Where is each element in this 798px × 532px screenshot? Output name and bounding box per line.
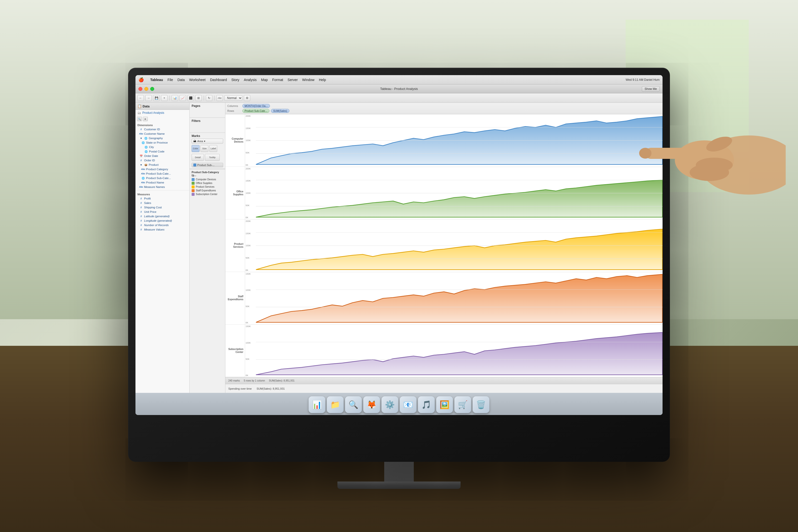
columns-label: Columns xyxy=(227,104,241,108)
chart-band-office: 200K 150K 100K 50K 0K xyxy=(245,167,663,220)
settings-btn[interactable]: ⚙ xyxy=(244,95,250,101)
meas-values[interactable]: # Measure Values xyxy=(135,227,189,232)
meas-unit-price[interactable]: # Unit Price xyxy=(135,210,189,214)
dock-item-6[interactable]: 📧 xyxy=(400,396,417,413)
sort-button[interactable]: ≡ xyxy=(143,117,148,121)
pill-color-swatch xyxy=(193,164,196,167)
legend-item-subscription[interactable]: Subscription Center xyxy=(192,192,223,196)
forward-button[interactable]: → xyxy=(145,95,152,101)
hash-icon: # xyxy=(139,128,143,131)
dim-customer-id[interactable]: # Customer ID xyxy=(135,127,189,132)
row-label-subscription: SubscriptionCenter xyxy=(225,325,245,377)
row-label-office: OfficeSupplies xyxy=(225,167,245,219)
legend-label-subscription: Subscription Center xyxy=(196,193,217,195)
dim-geography[interactable]: ▼ 🌐 Geography xyxy=(135,136,189,140)
main-layout: 📋 Data 🗂 Product Analysis 🔍 ≡ xyxy=(135,103,663,393)
dock-item-1[interactable]: 📊 xyxy=(309,396,325,413)
y-axis-computer: 200K 150K 100K 50K 0K xyxy=(246,114,255,167)
minimize-button[interactable] xyxy=(144,87,148,91)
dim-product-subcate1[interactable]: Abc Product Sub-Cate... xyxy=(135,171,189,176)
dock-item-7[interactable]: 🎵 xyxy=(418,396,435,413)
show-me-button[interactable]: Show Me xyxy=(642,86,660,92)
y-axis-office: 200K 150K 100K 50K 0K xyxy=(246,167,255,220)
meas-latitude[interactable]: # Latitude (generated) xyxy=(135,214,189,218)
apple-logo-icon[interactable]: 🍎 xyxy=(138,77,144,82)
dim-product-category[interactable]: Abc Product Category xyxy=(135,167,189,171)
chart-band-product: 200K 150K 100K 50K 0K xyxy=(245,220,663,272)
chart-btn3[interactable]: ⬛ xyxy=(187,95,194,101)
menu-window[interactable]: Window xyxy=(302,78,315,82)
maximize-button[interactable] xyxy=(150,87,154,91)
menu-format[interactable]: Format xyxy=(272,78,283,82)
search-button[interactable]: 🔍 xyxy=(137,117,142,121)
legend-color-product xyxy=(192,186,194,188)
chart-btn4[interactable]: ⊞ xyxy=(195,95,202,101)
legend-label-product: Product Services xyxy=(196,186,214,188)
new-button[interactable]: + xyxy=(161,95,168,101)
refresh-btn[interactable]: ↻ xyxy=(206,95,212,101)
meas-longitude[interactable]: # Longitude (generated) xyxy=(135,218,189,223)
dropdown-arrow-icon: ▾ xyxy=(204,140,205,143)
meas-profit[interactable]: # Profit xyxy=(135,196,189,201)
dock-item-3[interactable]: 🔍 xyxy=(345,396,362,413)
legend-item-staff-exp[interactable]: Staff Expenditures xyxy=(192,189,223,192)
status-bar: 240 marks 5 rows by 1 column SUM(Sales):… xyxy=(225,377,663,384)
menu-analysis[interactable]: Analysis xyxy=(244,78,256,82)
dock-item-4[interactable]: 🦊 xyxy=(363,396,380,413)
dim-state-province[interactable]: 🌐 State or Province xyxy=(135,140,189,145)
columns-pill[interactable]: MONTH(Order Da... xyxy=(242,104,270,108)
dim-postal-code[interactable]: 🌐 Postal Code xyxy=(135,149,189,154)
menu-tableau[interactable]: Tableau xyxy=(150,78,163,82)
dim-city[interactable]: 🌐 City xyxy=(135,145,189,149)
dock-item-2[interactable]: 📁 xyxy=(327,396,344,413)
save-button[interactable]: 💾 xyxy=(153,95,159,101)
legend-item-computer-devices[interactable]: Computer Devices xyxy=(192,177,223,181)
dim-product-name[interactable]: Abc Product Name xyxy=(135,180,189,185)
meas-shipping[interactable]: # Shipping Cost xyxy=(135,205,189,210)
tooltip-button[interactable]: Tooltip xyxy=(205,154,220,161)
detail-button[interactable]: Detail xyxy=(192,154,204,161)
dock-item-9[interactable]: 🛒 xyxy=(454,396,471,413)
dim-product[interactable]: ▼ 📦 Product xyxy=(135,163,189,167)
marks-count: 240 marks xyxy=(228,379,240,382)
chart-btn1[interactable]: 📊 xyxy=(172,95,178,101)
row-label-product: ProductServices xyxy=(225,220,245,272)
rows-pill1[interactable]: Product Sub-Cate... xyxy=(242,109,269,113)
marks-pill[interactable]: Product Sub-... xyxy=(192,163,223,167)
legend-item-office-supplies[interactable]: Office Supplies xyxy=(192,181,223,185)
normal-dropdown[interactable]: Normal xyxy=(224,95,242,101)
chart-btn2[interactable]: 📈 xyxy=(179,95,186,101)
dim-product-subcate2[interactable]: 🌐 Product Sub-Cate... xyxy=(135,176,189,180)
columns-shelf: Columns MONTH(Order Da... xyxy=(227,103,661,108)
menu-dashboard[interactable]: Dashboard xyxy=(210,78,227,82)
label-button[interactable]: Label xyxy=(209,145,217,152)
meas-num-records[interactable]: # Number of Records xyxy=(135,223,189,227)
meas-sales[interactable]: # Sales xyxy=(135,201,189,205)
menu-help[interactable]: Help xyxy=(319,78,326,82)
dim-customer-name[interactable]: Abc Customer Name xyxy=(135,132,189,136)
dock-item-10[interactable]: 🗑️ xyxy=(473,396,489,413)
menu-data[interactable]: Data xyxy=(177,78,185,82)
svg-marker-12 xyxy=(256,274,663,322)
data-source-row[interactable]: 🗂 Product Analysis xyxy=(135,110,189,116)
dim-order-id[interactable]: # Order ID xyxy=(135,158,189,163)
hash-icon4: # xyxy=(139,201,143,205)
legend-label-computer: Computer Devices xyxy=(196,178,216,181)
menu-file[interactable]: File xyxy=(168,78,173,82)
close-button[interactable] xyxy=(138,87,142,91)
dim-order-date[interactable]: 📅 Order Date xyxy=(135,154,189,158)
chart-svg-staff xyxy=(256,272,663,325)
menu-map[interactable]: Map xyxy=(261,78,268,82)
menu-story[interactable]: Story xyxy=(231,78,240,82)
dim-measure-names[interactable]: Abc Measure Names xyxy=(135,185,189,189)
back-button[interactable]: ← xyxy=(137,95,144,101)
color-button[interactable]: Color xyxy=(192,145,200,152)
menu-worksheet[interactable]: Worksheet xyxy=(189,78,206,82)
dock-item-5[interactable]: ⚙️ xyxy=(381,396,398,413)
dock-item-8[interactable]: 🖼️ xyxy=(436,396,453,413)
menu-server[interactable]: Server xyxy=(288,78,298,82)
legend-item-product-services[interactable]: Product Services xyxy=(192,185,223,189)
rows-pill2[interactable]: SUM(Sales) xyxy=(271,109,289,113)
size-button[interactable]: Size xyxy=(201,145,208,152)
marks-type-dropdown[interactable]: 🏔 Area ▾ xyxy=(192,139,223,144)
